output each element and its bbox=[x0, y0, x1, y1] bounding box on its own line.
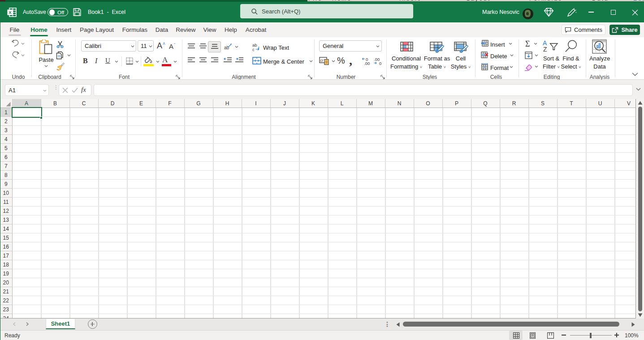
svg-text:.00: .00 bbox=[364, 61, 370, 65]
svg-text:0: 0 bbox=[379, 61, 381, 65]
svg-text:X: X bbox=[9, 10, 12, 15]
svg-text:ab: ab bbox=[224, 45, 229, 50]
svg-text:c: c bbox=[252, 47, 255, 52]
svg-text:Z: Z bbox=[543, 46, 547, 52]
svg-text:cr: cr bbox=[320, 58, 324, 63]
